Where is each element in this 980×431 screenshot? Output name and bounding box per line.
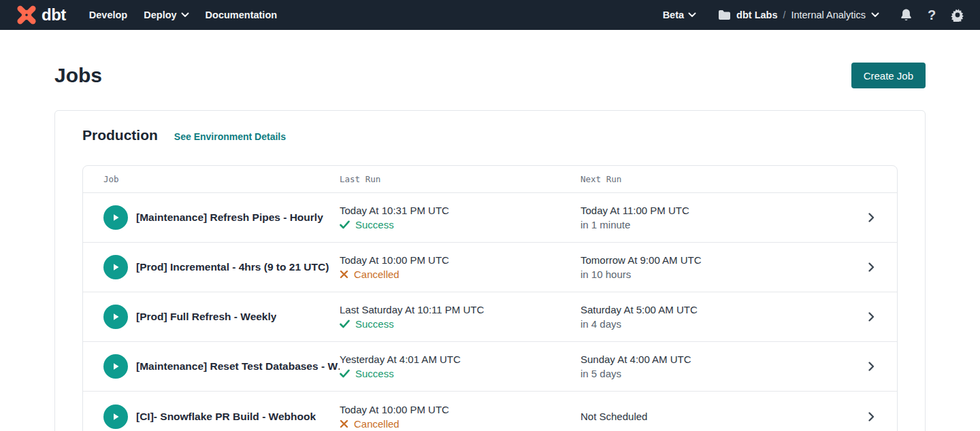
next-run-relative: in 5 days — [581, 368, 840, 379]
last-run-cell: Last Saturday At 10:11 PM UTC Success — [340, 304, 581, 330]
cancelled-x-icon — [340, 419, 348, 428]
jobs-table: Job Last Run Next Run [Maintenance] Refr… — [82, 165, 898, 431]
project-name: Internal Analytics — [791, 10, 866, 20]
job-name: [Maintenance] Reset Test Databases - W… — [136, 360, 340, 373]
next-run-time: Sunday At 4:00 AM UTC — [581, 354, 840, 365]
last-run-status: Success — [340, 219, 581, 230]
chevron-right-icon[interactable] — [866, 262, 877, 273]
last-run-status: Success — [340, 368, 581, 379]
chevron-down-icon — [181, 12, 189, 18]
top-navbar: dbt Develop Deploy Documentation Beta — [0, 0, 980, 30]
environment-card: Production See Environment Details Job L… — [54, 110, 926, 431]
last-run-cell: Yesterday At 4:01 AM UTC Success — [340, 354, 581, 379]
chevron-right-icon[interactable] — [866, 411, 877, 422]
column-header-last-run: Last Run — [340, 174, 581, 184]
next-run-time: Tomorrow At 9:00 AM UTC — [581, 254, 840, 266]
play-icon — [111, 362, 120, 371]
bell-icon[interactable] — [898, 7, 913, 22]
job-name: [Prod] Full Refresh - Weekly — [136, 311, 276, 323]
success-check-icon — [340, 320, 350, 328]
dbt-logo-text: dbt — [42, 5, 66, 24]
job-name: [Prod] Incremental - 4hrs (9 to 21 UTC) — [136, 261, 329, 273]
run-job-button[interactable] — [103, 404, 128, 429]
last-run-time: Yesterday At 4:01 AM UTC — [340, 354, 581, 365]
play-icon — [111, 213, 120, 222]
create-job-button[interactable]: Create Job — [851, 63, 926, 88]
play-icon — [111, 262, 120, 272]
nav-links: Develop Deploy Documentation — [89, 10, 277, 20]
job-name: [Maintenance] Refresh Pipes - Hourly — [136, 211, 323, 224]
next-run-cell: Not Scheduled — [581, 411, 840, 422]
table-header-row: Job Last Run Next Run — [83, 166, 897, 193]
chevron-right-icon[interactable] — [866, 212, 877, 223]
table-row[interactable]: [CI]- Snowflake PR Build - Webhook Today… — [83, 392, 897, 431]
play-icon — [111, 412, 120, 421]
next-run-relative: in 4 days — [581, 318, 840, 330]
cancelled-x-icon — [340, 270, 348, 279]
chevron-down-icon — [688, 12, 696, 18]
next-run-time: Saturday At 5:00 AM UTC — [581, 304, 840, 315]
column-header-job: Job — [103, 174, 340, 184]
folder-icon — [718, 10, 731, 20]
nav-link-deploy[interactable]: Deploy — [144, 10, 189, 20]
help-icon[interactable]: ? — [924, 7, 939, 22]
next-run-relative: in 10 hours — [581, 269, 840, 280]
page-title: Jobs — [54, 64, 102, 87]
see-environment-details-link[interactable]: See Environment Details — [174, 131, 286, 142]
run-job-button[interactable] — [103, 205, 128, 230]
table-body: [Maintenance] Refresh Pipes - Hourly Tod… — [83, 193, 897, 431]
dbt-logo[interactable]: dbt — [16, 5, 66, 25]
next-run-cell: Today At 11:00 PM UTC in 1 minute — [581, 205, 840, 230]
success-check-icon — [340, 220, 350, 229]
chevron-right-icon[interactable] — [866, 361, 877, 372]
account-name: dbt Labs — [736, 10, 777, 20]
next-run-cell: Tomorrow At 9:00 AM UTC in 10 hours — [581, 254, 840, 280]
job-name: [CI]- Snowflake PR Build - Webhook — [136, 411, 316, 423]
last-run-status: Cancelled — [340, 418, 581, 430]
nav-link-develop[interactable]: Develop — [89, 10, 127, 20]
table-row[interactable]: [Maintenance] Refresh Pipes - Hourly Tod… — [83, 193, 897, 243]
table-row[interactable]: [Prod] Full Refresh - Weekly Last Saturd… — [83, 292, 897, 342]
run-job-button[interactable] — [103, 255, 128, 279]
column-header-next-run: Next Run — [581, 174, 840, 184]
table-row[interactable]: [Prod] Incremental - 4hrs (9 to 21 UTC) … — [83, 243, 897, 292]
dbt-logo-icon — [16, 5, 37, 25]
beta-dropdown[interactable]: Beta — [663, 10, 696, 20]
next-run-time: Not Scheduled — [581, 411, 840, 422]
last-run-status: Cancelled — [340, 269, 581, 280]
last-run-time: Today At 10:00 PM UTC — [340, 404, 581, 415]
last-run-cell: Today At 10:00 PM UTC Cancelled — [340, 404, 581, 430]
gear-icon[interactable] — [950, 7, 965, 22]
project-switcher[interactable]: dbt Labs / Internal Analytics — [718, 10, 879, 20]
next-run-cell: Saturday At 5:00 AM UTC in 4 days — [581, 304, 840, 330]
chevron-down-icon — [871, 12, 879, 18]
last-run-cell: Today At 10:31 PM UTC Success — [340, 205, 581, 230]
next-run-relative: in 1 minute — [581, 219, 840, 230]
run-job-button[interactable] — [103, 305, 128, 329]
success-check-icon — [340, 369, 350, 378]
last-run-status: Success — [340, 318, 581, 330]
next-run-time: Today At 11:00 PM UTC — [581, 205, 840, 216]
run-job-button[interactable] — [103, 354, 128, 379]
last-run-cell: Today At 10:00 PM UTC Cancelled — [340, 254, 581, 280]
next-run-cell: Sunday At 4:00 AM UTC in 5 days — [581, 354, 840, 379]
table-row[interactable]: [Maintenance] Reset Test Databases - W… … — [83, 342, 897, 392]
breadcrumb-separator: / — [783, 10, 785, 20]
nav-link-documentation[interactable]: Documentation — [206, 10, 278, 20]
last-run-time: Today At 10:00 PM UTC — [340, 254, 581, 266]
environment-name: Production — [82, 127, 158, 143]
last-run-time: Last Saturday At 10:11 PM UTC — [340, 304, 581, 315]
chevron-right-icon[interactable] — [866, 311, 877, 322]
last-run-time: Today At 10:31 PM UTC — [340, 205, 581, 216]
play-icon — [111, 312, 120, 322]
